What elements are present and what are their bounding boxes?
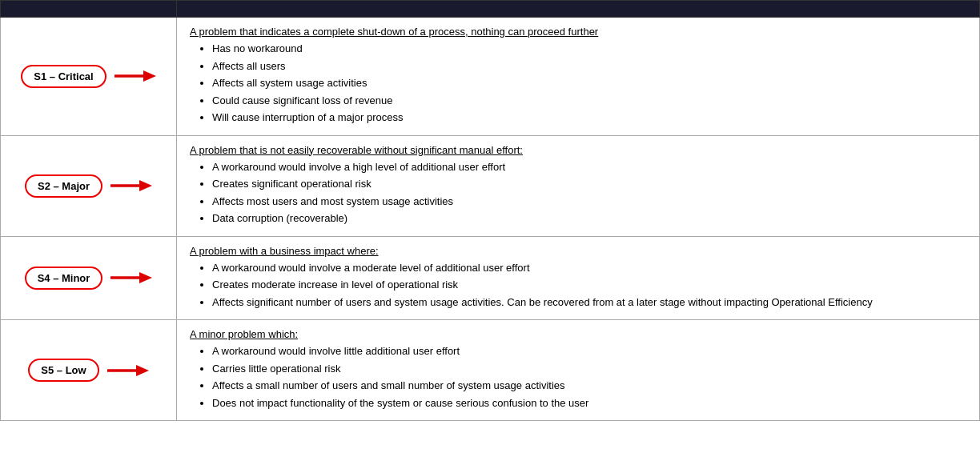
severity-cell: S2 – Major [1,135,177,236]
definition-cell: A minor problem which:A workaround would… [177,320,980,421]
list-item: Affects a small number of users and smal… [212,378,966,394]
arrow-icon [110,269,152,287]
definition-list: Has no workaroundAffects all usersAffect… [212,41,966,126]
severity-cell: S4 – Minor [1,236,177,320]
severity-label: S2 – Major [25,174,102,198]
list-item: A workaround would involve a moderate le… [212,260,966,276]
definition-list: A workaround would involve a moderate le… [212,260,966,311]
list-item: Creates moderate increase in level of op… [212,277,966,293]
list-item: Affects all users [212,58,966,74]
definition-cell: A problem that indicates a complete shut… [177,18,980,136]
list-item: Has no workaround [212,41,966,57]
list-item: Affects all system usage activities [212,75,966,91]
definition-title: A problem with a business impact where: [190,245,966,257]
definition-cell: A problem that is not easily recoverable… [177,135,980,236]
arrow-icon [107,362,149,379]
severity-cell: S1 – Critical [1,18,177,136]
definition-title: A problem that indicates a complete shut… [190,26,966,38]
table-row: S4 – Minor A problem with a business imp… [1,236,980,320]
list-item: Creates significant operational risk [212,176,966,192]
svg-marker-3 [139,180,152,191]
list-item: Carries little operational risk [212,361,966,377]
severity-label: S5 – Low [28,359,98,382]
svg-marker-1 [143,70,156,82]
arrow-icon [114,67,156,85]
severity-label: S1 – Critical [21,65,106,88]
svg-marker-5 [139,272,152,283]
list-item: Affects most users and most system usage… [212,194,966,210]
arrow-icon [110,177,152,194]
list-item: Will cause interruption of a major proce… [212,110,966,126]
definition-title: A minor problem which: [190,328,966,340]
svg-marker-7 [136,365,149,376]
table-row: S1 – Critical A problem that indicates a… [1,18,980,136]
list-item: A workaround would involve little additi… [212,343,966,359]
list-item: Does not impact functionality of the sys… [212,395,966,411]
definition-title: A problem that is not easily recoverable… [190,144,966,156]
definition-list: A workaround would involve a high level … [212,159,966,226]
definition-list: A workaround would involve little additi… [212,343,966,411]
table-row: S5 – Low A minor problem which:A workaro… [1,320,980,421]
severity-label: S4 – Minor [25,267,103,290]
col-definition-header [177,1,980,18]
list-item: Data corruption (recoverable) [212,210,966,226]
list-item: A workaround would involve a high level … [212,159,966,175]
table-row: S2 – Major A problem that is not easily … [1,135,980,236]
list-item: Affects significant number of users and … [212,295,966,311]
severity-cell: S5 – Low [1,320,177,421]
definition-cell: A problem with a business impact where:A… [177,236,980,320]
col-severity-header [1,1,177,18]
list-item: Could cause significant loss of revenue [212,93,966,109]
